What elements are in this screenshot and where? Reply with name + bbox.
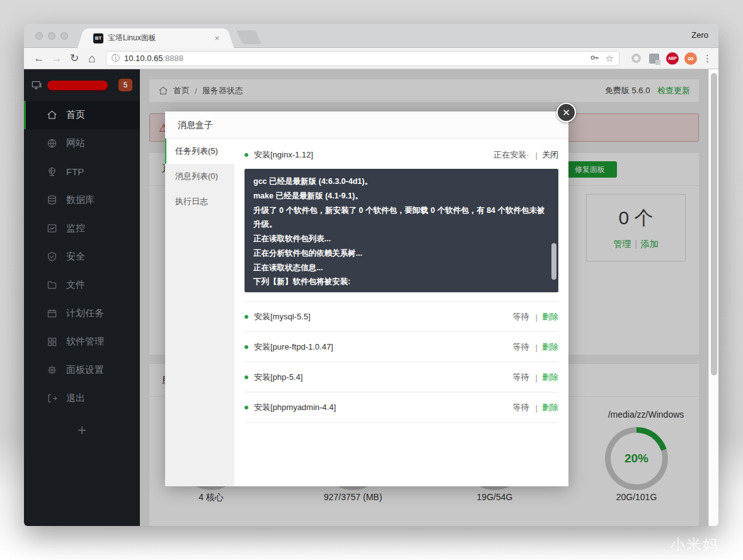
task-delete-link[interactable]: 删除 (542, 341, 558, 353)
task-row-pureftpd: 安装[pure-ftpd-1.0.47] 等待 | 删除 (245, 332, 558, 362)
browser-profile-name: Zero (691, 30, 708, 40)
task-list: 安装[nginx-1.12] 正在安装· | 关闭 gcc 已经是最新版 (4:… (234, 139, 568, 486)
bookmark-star-icon[interactable]: ☆ (606, 53, 614, 64)
extension-gray-icon[interactable] (647, 52, 661, 66)
task-status-dot (245, 345, 248, 349)
reload-icon[interactable]: ↻ (66, 52, 83, 65)
browser-tab[interactable]: BT 宝塔Linux面板 × (86, 28, 226, 48)
new-tab-button[interactable] (236, 30, 262, 44)
tab-close-icon[interactable]: × (214, 33, 219, 43)
window-controls[interactable] (35, 32, 68, 40)
task-status: 等待 (513, 341, 529, 353)
url-port: :8888 (163, 54, 183, 63)
task-row-phpmyadmin: 安装[phpmyadmin-4.4] 等待 | 删除 (245, 392, 558, 423)
task-status: 等待 (513, 372, 529, 383)
task-row-php: 安装[php-5.4] 等待 | 删除 (245, 362, 558, 392)
task-delete-link[interactable]: 删除 (542, 402, 558, 413)
page-info-icon[interactable]: ⓘ (112, 53, 120, 64)
close-window-button[interactable] (35, 32, 43, 40)
browser-window: BT 宝塔Linux面板 × Zero ← → ↻ ⌂ ⓘ 10.10.0.65… (24, 24, 718, 526)
task-status: 正在安装· (493, 149, 529, 161)
modal-title: 消息盒子 (165, 111, 568, 139)
browser-toolbar: ← → ↻ ⌂ ⓘ 10.10.0.65 :8888 ☆ ABP ∞ ⋮ (24, 48, 718, 69)
url-host: 10.10.0.65 (124, 54, 163, 63)
screenshot-root: { "browser": { "tab_title": "宝塔Linux面板",… (0, 0, 743, 560)
password-key-icon[interactable] (590, 53, 599, 64)
task-name: 安装[nginx-1.12] (254, 149, 493, 161)
tab-execution-log[interactable]: 执行日志 (165, 189, 234, 214)
address-bar[interactable]: ⓘ 10.10.0.65 :8888 ☆ (106, 51, 619, 66)
page-viewport: 5 首页 网站 FTP 数据库 监控 (24, 69, 718, 526)
task-row-mysql: 安装[mysql-5.5] 等待 | 删除 (245, 302, 558, 332)
tab-title: 宝塔Linux面板 (108, 33, 214, 43)
task-status-dot (245, 406, 248, 409)
install-console[interactable]: gcc 已经是最新版 (4:6.3.0-4d1)。 make 已经是最新版 (4… (245, 169, 558, 292)
task-status: 等待 (513, 311, 529, 323)
home-icon[interactable]: ⌂ (83, 52, 101, 66)
task-name: 安装[pure-ftpd-1.0.47] (254, 341, 513, 353)
task-delete-link[interactable]: 删除 (542, 372, 558, 383)
modal-close-button[interactable]: ✕ (556, 103, 576, 122)
forward-icon[interactable]: → (48, 52, 66, 65)
page-scrollbar-thumb[interactable] (711, 73, 717, 375)
site-favicon: BT (93, 33, 103, 43)
task-name: 安装[phpmyadmin-4.4] (254, 402, 513, 413)
console-scrollbar-thumb[interactable] (551, 243, 556, 280)
extension-ring-icon[interactable] (629, 52, 643, 66)
browser-menu-icon[interactable]: ⋮ (703, 53, 712, 64)
page-scrollbar[interactable] (708, 69, 718, 526)
modal-tabs: 任务列表(5) 消息列表(0) 执行日志 (165, 139, 234, 486)
task-status-dot (245, 153, 248, 157)
tab-message-list[interactable]: 消息列表(0) (165, 164, 234, 189)
infinity-extension-icon[interactable]: ∞ (684, 52, 698, 66)
tab-task-list[interactable]: 任务列表(5) (165, 139, 234, 164)
task-delete-link[interactable]: 删除 (542, 311, 558, 323)
task-status-dot (245, 315, 248, 319)
watermark: 小米妈 (670, 535, 719, 555)
task-name: 安装[php-5.4] (254, 372, 513, 383)
task-status-dot (245, 375, 248, 379)
minimize-window-button[interactable] (48, 32, 55, 40)
task-row-nginx: 安装[nginx-1.12] 正在安装· | 关闭 gcc 已经是最新版 (4:… (245, 140, 558, 302)
task-name: 安装[mysql-5.5] (254, 311, 513, 323)
task-status: 等待 (513, 402, 529, 413)
task-close-link[interactable]: 关闭 (542, 149, 558, 161)
zoom-window-button[interactable] (60, 32, 68, 40)
adblock-plus-icon[interactable]: ABP (665, 52, 679, 66)
back-icon[interactable]: ← (30, 52, 48, 65)
browser-tabstrip: BT 宝塔Linux面板 × Zero (24, 24, 718, 48)
message-box-modal: ✕ 消息盒子 任务列表(5) 消息列表(0) 执行日志 安装[nginx-1.1… (165, 111, 568, 486)
